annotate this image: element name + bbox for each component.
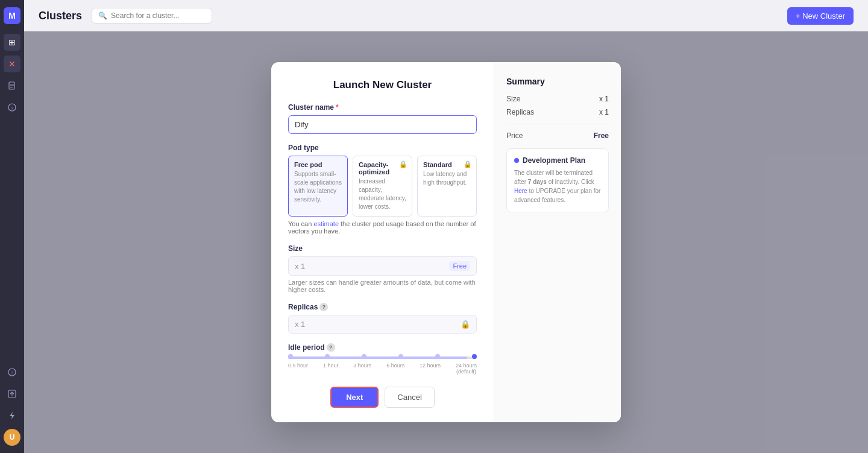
svg-text:?: ?: [11, 370, 14, 376]
plan-dot: [514, 158, 519, 163]
replicas-help-icon[interactable]: ?: [319, 303, 328, 311]
sidebar-logo[interactable]: M: [4, 7, 20, 24]
slider-dot-5: [435, 354, 440, 359]
topbar: Clusters 🔍 + New Cluster: [24, 0, 868, 31]
idle-period-label: Idle period ?: [288, 343, 477, 352]
lock-icon-standard: 🔒: [464, 160, 472, 168]
summary-replicas-label: Replicas: [506, 108, 534, 116]
sidebar-icon-upload[interactable]: [4, 385, 20, 402]
lock-icon-capacity: 🔒: [399, 160, 407, 168]
slider-dot-4: [398, 354, 403, 359]
summary-price-row: Price Free: [506, 131, 609, 140]
plan-box: Development Plan The cluster will be ter…: [506, 148, 609, 212]
svg-marker-10: [10, 412, 14, 419]
size-hint: Larger sizes can handle greater amounts …: [288, 279, 477, 293]
slider-label-5: 24 hours(default): [456, 363, 477, 375]
replicas-value: x 1: [295, 320, 305, 329]
search-icon: 🔍: [98, 11, 107, 20]
slider-label-3: 6 hours: [386, 363, 404, 375]
pod-type-options: Free pod Supports small-scale applicatio…: [288, 156, 477, 217]
new-cluster-button[interactable]: + New Cluster: [787, 7, 854, 25]
next-button[interactable]: Next: [330, 387, 379, 408]
required-indicator: *: [336, 103, 339, 112]
pod-card-free-title: Free pod: [294, 161, 342, 168]
search-input[interactable]: [111, 11, 206, 20]
plan-description: The cluster will be terminated after 7 d…: [514, 168, 601, 204]
slider-label-1: 1 hour: [323, 363, 339, 375]
main-content: Launch New Cluster Cluster name * Pod ty…: [24, 31, 868, 453]
size-input: x 1 Free: [288, 256, 477, 276]
size-value: x 1: [295, 262, 305, 271]
estimate-text: You can estimate the cluster pod usage b…: [288, 220, 477, 235]
slider-label-2: 3 hours: [353, 363, 371, 375]
slider-label-4: 12 hours: [420, 363, 441, 375]
slider-dot-2: [325, 354, 330, 359]
modal-title: Launch New Cluster: [288, 79, 477, 91]
pod-card-free-desc: Supports small-scale applications with l…: [294, 170, 342, 204]
plan-title: Development Plan: [514, 156, 601, 165]
sidebar-icon-close[interactable]: ✕: [4, 55, 20, 72]
idle-period-help-icon[interactable]: ?: [327, 343, 335, 352]
estimate-link[interactable]: estimate: [313, 220, 339, 227]
modal-overlay: Launch New Cluster Cluster name * Pod ty…: [24, 31, 868, 453]
idle-period-slider[interactable]: [288, 356, 477, 359]
search-bar[interactable]: 🔍: [92, 8, 212, 24]
sidebar-icon-help[interactable]: ?: [4, 99, 20, 116]
sidebar: M ⊞ ✕ ? ?: [0, 0, 24, 453]
slider-dots: [288, 354, 477, 359]
sidebar-icon-lightning[interactable]: [4, 407, 20, 424]
launch-cluster-modal: Launch New Cluster Cluster name * Pod ty…: [271, 62, 621, 422]
modal-actions: Next Cancel: [288, 387, 477, 408]
replicas-group: Replicas ? x 1 🔒: [288, 303, 477, 334]
summary-size-value: x 1: [599, 95, 609, 103]
slider-labels: 0.5 hour 1 hour 3 hours 6 hours 12 hours…: [288, 363, 477, 375]
replicas-input: x 1 🔒: [288, 315, 477, 334]
slider-dot-1: [288, 354, 293, 359]
modal-left-panel: Launch New Cluster Cluster name * Pod ty…: [271, 62, 494, 422]
summary-price-label: Price: [506, 131, 523, 140]
summary-size-row: Size x 1: [506, 95, 609, 103]
avatar[interactable]: U: [4, 429, 20, 446]
size-label: Size: [288, 244, 477, 253]
idle-period-group: Idle period ?: [288, 343, 477, 375]
cluster-name-group: Cluster name *: [288, 103, 477, 134]
pod-card-free[interactable]: Free pod Supports small-scale applicatio…: [288, 156, 348, 217]
sidebar-icon-grid[interactable]: ⊞: [4, 34, 20, 51]
slider-label-0: 0.5 hour: [288, 363, 308, 375]
pod-type-label: Pod type: [288, 144, 477, 152]
sidebar-icon-document[interactable]: [4, 77, 20, 94]
summary-price-value: Free: [594, 131, 609, 140]
size-group: Size x 1 Free Larger sizes can handle gr…: [288, 244, 477, 293]
summary-title: Summary: [506, 77, 609, 86]
summary-divider: [506, 124, 609, 124]
pod-card-standard[interactable]: 🔒 Standard Low latency and high throughp…: [417, 156, 477, 217]
slider-track: [288, 356, 477, 359]
slider-dot-6: [472, 354, 477, 359]
pod-type-group: Pod type Free pod Supports small-scale a…: [288, 144, 477, 235]
pod-card-standard-desc: Low latency and high throughput.: [423, 170, 471, 187]
summary-panel: Summary Size x 1 Replicas x 1 Price Free: [494, 62, 621, 422]
slider-dot-3: [362, 354, 366, 359]
replicas-lock-icon: 🔒: [461, 320, 470, 329]
replicas-label: Replicas ?: [288, 303, 477, 311]
pod-card-capacity-desc: Increased capacity, moderate latency, lo…: [359, 177, 406, 211]
size-badge: Free: [449, 261, 470, 271]
summary-size-label: Size: [506, 95, 520, 103]
cluster-name-input[interactable]: [288, 115, 477, 134]
sidebar-icon-question[interactable]: ?: [4, 364, 20, 381]
pod-card-capacity[interactable]: 🔒 Capacity-optimized Increased capacity,…: [353, 156, 412, 217]
page-title: Clusters: [39, 10, 82, 22]
cluster-name-label: Cluster name *: [288, 103, 477, 112]
plan-upgrade-link[interactable]: Here: [514, 188, 527, 194]
svg-text:?: ?: [11, 106, 14, 111]
summary-replicas-row: Replicas x 1: [506, 108, 609, 116]
summary-replicas-value: x 1: [599, 108, 609, 116]
cancel-button[interactable]: Cancel: [385, 387, 434, 408]
